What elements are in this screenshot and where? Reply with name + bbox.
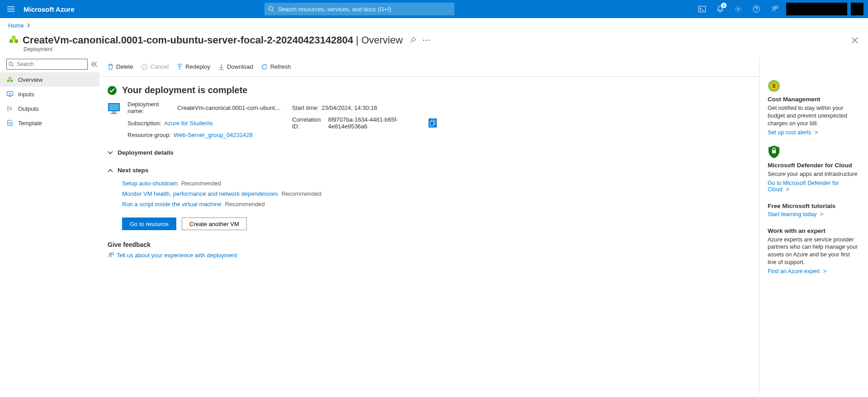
recommendations-panel: $ Cost Management Get notified to stay w… [760,57,868,394]
help-button[interactable] [747,0,765,18]
sidebar-item-label: Overview [18,76,42,83]
svg-rect-5 [9,39,13,43]
rg-link[interactable]: Web-Server_group_04231428 [174,132,253,138]
redeploy-button[interactable]: Redeploy [177,63,210,70]
chevron-right-icon [27,23,30,28]
svg-rect-20 [112,112,116,113]
settings-button[interactable] [729,0,747,18]
go-to-resource-button[interactable]: Go to resource [122,217,176,230]
sidebar-item-label: Template [18,120,42,127]
close-blade-button[interactable] [852,37,858,43]
dep-name-label: Deployment name: [127,101,175,114]
promo-desc: Secure your apps and infrastructure [768,170,860,178]
resource-name: CreateVm-canonical.0001-com-ubuntu-serve… [23,34,353,46]
refresh-icon [261,64,268,70]
close-icon [852,37,858,43]
inputs-icon [6,91,14,97]
recommended-label: Recommended [282,190,321,197]
notifications-button[interactable]: 1 [711,0,729,18]
cancel-label: Cancel [151,63,169,70]
vm-monitor-icon [108,103,120,115]
svg-rect-19 [109,104,119,110]
menu-search-input[interactable] [6,59,88,70]
page-title: CreateVm-canonical.0001-com-ubuntu-serve… [23,34,403,46]
cancel-button[interactable]: Cancel [142,63,169,70]
deployment-details-toggle[interactable]: Deployment details [108,147,751,159]
promo-desc: Azure experts are service provider partn… [768,236,860,267]
sidebar-item-label: Outputs [18,105,39,112]
breadcrumb-home[interactable]: Home [8,22,24,29]
deployment-resource-icon [8,34,20,46]
cancel-icon [142,64,148,70]
promo-link[interactable]: Set up cost alerts > [768,129,818,136]
status-heading: Your deployment is complete [122,85,247,95]
start-time-label: Start time: [292,104,319,111]
promo-link[interactable]: Go to Microsoft Defender for Cloud > [768,180,839,193]
outputs-icon [6,106,14,111]
promo-cost-management: $ Cost Management Get notified to stay w… [768,80,860,136]
next-step-link[interactable]: Setup auto-shutdown [122,180,178,187]
copy-correlation-id-button[interactable] [429,118,437,128]
brand-label[interactable]: Microsoft Azure [24,5,75,13]
promo-tutorials: Free Microsoft tutorials Start learning … [768,203,860,217]
search-icon [268,6,274,12]
delete-button[interactable]: Delete [108,63,133,70]
sidebar-item-template[interactable]: Template [0,116,99,130]
promo-link[interactable]: Find an Azure expert > [768,268,826,274]
promo-defender: Microsoft Defender for Cloud Secure your… [768,146,860,193]
refresh-button[interactable]: Refresh [261,63,291,70]
sidebar-item-outputs[interactable]: Outputs [0,101,99,116]
global-search-input[interactable] [264,3,454,15]
shield-icon [768,146,780,158]
next-step-link[interactable]: Run a script inside the virtual machine [122,201,222,208]
notification-badge: 1 [721,3,726,8]
svg-point-2 [737,8,739,10]
account-label[interactable] [786,3,847,15]
overview-icon [6,76,14,83]
subscription-link[interactable]: Azure for Students [164,120,213,127]
promo-title: Microsoft Defender for Cloud [768,162,860,169]
sidebar-item-inputs[interactable]: Inputs [0,87,99,101]
hamburger-icon [7,6,14,12]
sidebar-item-label: Inputs [18,91,34,98]
svg-rect-14 [9,77,11,79]
sidebar-item-overview[interactable]: Overview [0,72,99,87]
breadcrumb: Home [0,18,868,33]
download-button[interactable]: Download [218,63,253,70]
promo-link[interactable]: Start learning today > [768,211,823,217]
svg-rect-21 [111,113,117,114]
next-steps-toggle[interactable]: Next steps [108,164,751,176]
recommended-label: Recommended [225,201,265,208]
global-search-wrap [264,3,454,15]
cloud-shell-button[interactable] [693,0,711,18]
svg-rect-1 [699,6,706,12]
pin-button[interactable] [409,37,416,44]
subscription-label: Subscription: [127,120,161,127]
feedback-link[interactable]: Tell us about your experience with deplo… [117,252,237,259]
promo-title: Free Microsoft tutorials [768,203,860,209]
next-step-link[interactable]: Monitor VM health, performance and netwo… [122,190,278,197]
success-check-icon [108,86,117,95]
more-button[interactable] [423,39,430,41]
svg-rect-13 [10,80,13,82]
create-another-vm-button[interactable]: Create another VM [182,217,247,230]
avatar[interactable] [851,3,863,15]
collapse-menu-button[interactable] [91,61,98,67]
hamburger-menu[interactable] [0,0,22,18]
svg-rect-6 [14,39,18,43]
delete-label: Delete [116,63,133,70]
command-bar: Delete Cancel Redeploy Download Refresh [99,57,759,77]
page-section: Overview [361,34,403,46]
feedback-icon [108,252,114,259]
global-header: Microsoft Azure 1 [0,0,868,18]
dep-name-value: CreateVm-canonical.0001-com-ubuntu-serve… [177,104,281,111]
cloud-shell-icon [698,6,706,12]
feedback-button[interactable] [765,0,783,18]
deployment-summary: Deployment name: CreateVm-canonical.0001… [99,99,759,144]
promo-expert: Work with an expert Azure experts are se… [768,227,860,275]
chevrons-left-icon [91,61,98,67]
svg-point-23 [109,253,111,255]
svg-rect-16 [9,96,11,97]
svg-rect-12 [7,80,9,82]
recommended-label: Recommended [181,180,221,187]
